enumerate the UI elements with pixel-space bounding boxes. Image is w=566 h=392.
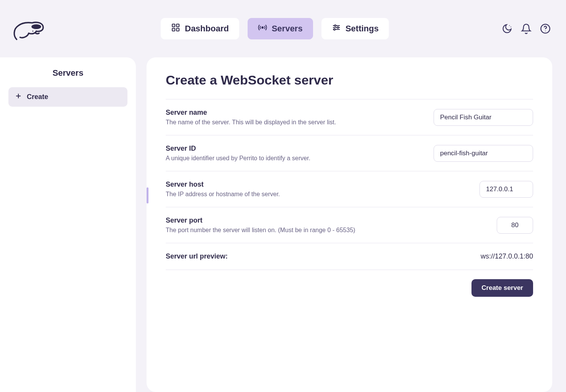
tab-label: Servers (272, 24, 303, 34)
svg-point-1 (32, 31, 33, 32)
svg-point-10 (337, 27, 339, 28)
field-text: Server name The name of the server. This… (166, 109, 336, 126)
field-server-name: Server name The name of the server. This… (166, 99, 533, 135)
field-desc: The name of the server. This will be dis… (166, 119, 336, 126)
main-panel: Create a WebSocket server Server name Th… (147, 57, 552, 392)
svg-rect-5 (176, 28, 179, 31)
theme-toggle-icon[interactable] (502, 23, 512, 34)
sidebar-title: Servers (8, 68, 127, 78)
help-icon[interactable] (540, 23, 551, 34)
field-text: Server ID A unique identifier used by Pe… (166, 145, 310, 162)
header: Dashboard Servers Settings (0, 0, 566, 57)
nav-tabs: Dashboard Servers Settings (161, 18, 389, 39)
svg-point-14 (545, 31, 546, 31)
svg-point-12 (334, 29, 335, 30)
svg-point-6 (262, 27, 263, 28)
scroll-indicator[interactable] (147, 187, 148, 203)
header-icons (502, 23, 551, 34)
plus-icon (15, 92, 22, 102)
svg-rect-2 (172, 24, 175, 27)
actions: Create server (166, 279, 533, 297)
svg-rect-3 (176, 24, 179, 27)
tab-dashboard[interactable]: Dashboard (161, 18, 239, 39)
field-desc: A unique identifier used by Perrito to i… (166, 155, 310, 162)
field-label: Server host (166, 181, 280, 189)
dashboard-icon (171, 23, 180, 34)
field-text: Server port The port number the server w… (166, 216, 355, 234)
server-host-input[interactable] (480, 181, 533, 198)
sliders-icon (332, 23, 341, 34)
url-preview-row: Server url preview: ws://127.0.0.1:80 (166, 243, 533, 270)
field-label: Server ID (166, 145, 310, 153)
field-server-id: Server ID A unique identifier used by Pe… (166, 135, 533, 171)
broadcast-icon (258, 23, 267, 34)
svg-rect-4 (172, 28, 175, 31)
field-server-host: Server host The IP address or hostname o… (166, 171, 533, 207)
server-id-input[interactable] (434, 145, 533, 162)
app-logo (11, 15, 46, 42)
tab-settings[interactable]: Settings (321, 18, 389, 39)
field-text: Server host The IP address or hostname o… (166, 181, 280, 198)
field-desc: The IP address or hostname of the server… (166, 191, 280, 198)
preview-label: Server url preview: (166, 252, 228, 260)
tab-label: Dashboard (185, 24, 229, 34)
create-server-button[interactable]: Create server (471, 279, 533, 297)
tab-label: Settings (346, 24, 379, 34)
sidebar-item-create[interactable]: Create (8, 87, 127, 107)
notifications-icon[interactable] (521, 23, 532, 34)
svg-point-8 (334, 25, 336, 26)
server-port-input[interactable] (497, 217, 533, 234)
field-label: Server name (166, 109, 336, 117)
server-name-input[interactable] (434, 109, 533, 126)
sidebar-item-label: Create (27, 93, 48, 101)
tab-servers[interactable]: Servers (248, 18, 313, 39)
field-desc: The port number the server will listen o… (166, 227, 355, 234)
svg-point-0 (31, 24, 41, 29)
sidebar: Servers Create (0, 57, 136, 392)
field-label: Server port (166, 216, 355, 224)
page-title: Create a WebSocket server (166, 73, 533, 88)
field-server-port: Server port The port number the server w… (166, 207, 533, 243)
layout: Servers Create Create a WebSocket server… (0, 57, 566, 392)
preview-value: ws://127.0.0.1:80 (481, 252, 533, 260)
